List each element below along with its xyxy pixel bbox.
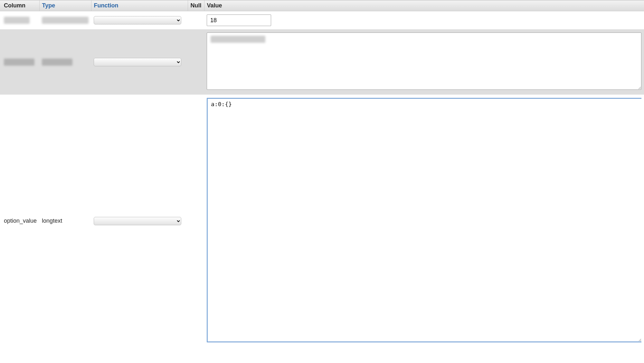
header-function[interactable]: Function — [91, 0, 188, 11]
header-null: Null — [188, 0, 204, 11]
function-select[interactable] — [94, 58, 181, 66]
column-type-obscured: xxxxxxxxx — [42, 17, 89, 24]
table-row: xxxxxx xxxxxxx — [0, 29, 644, 95]
column-name-obscured: xxxxxx — [4, 59, 34, 66]
header-value: Value — [204, 0, 644, 11]
null-cell — [188, 95, 204, 347]
table-row: option_value longtext — [0, 95, 644, 347]
function-select[interactable] — [94, 217, 181, 225]
function-select[interactable] — [94, 16, 181, 24]
header-column: Column — [0, 0, 39, 11]
null-cell — [188, 29, 204, 95]
column-name-obscured: xxxxxx — [4, 17, 30, 24]
table-header-row: Column Type Function Null Value — [0, 0, 644, 11]
column-name: option_value — [0, 95, 39, 347]
value-input[interactable] — [207, 14, 271, 26]
column-type-obscured: xxxxxxx — [42, 59, 72, 66]
table-row: xxxxxx xxxxxxxxx — [0, 11, 644, 30]
header-type[interactable]: Type — [39, 0, 91, 11]
value-textarea[interactable] — [207, 33, 641, 90]
edit-table: Column Type Function Null Value xxxxxx x… — [0, 0, 644, 347]
value-textarea-focused[interactable] — [207, 98, 641, 342]
null-cell — [188, 11, 204, 30]
column-type: longtext — [39, 95, 91, 347]
